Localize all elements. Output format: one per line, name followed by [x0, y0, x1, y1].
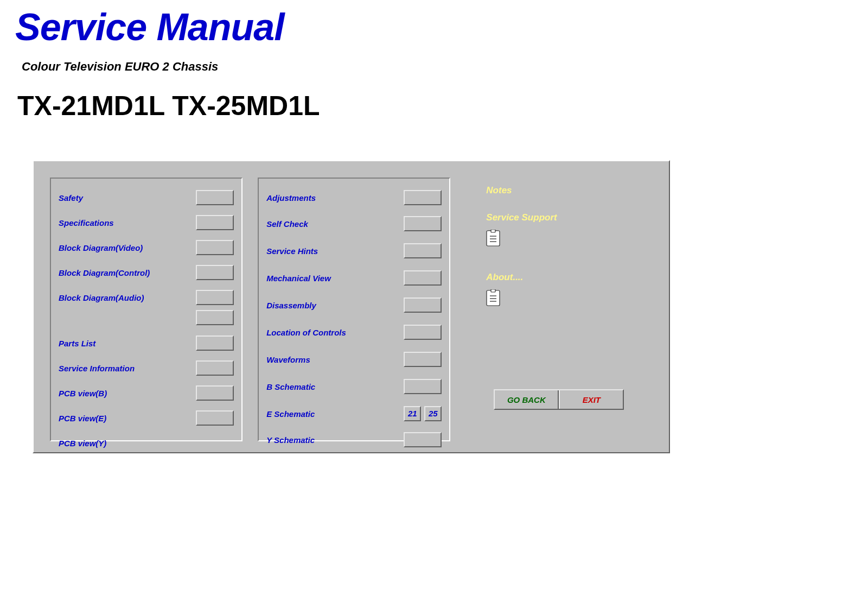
column-3: Notes Service Support About.... — [465, 178, 653, 441]
go-back-button[interactable]: GO BACK — [495, 390, 558, 409]
link-b-schematic[interactable]: B Schematic — [266, 382, 315, 391]
button-safety[interactable] — [196, 190, 234, 205]
row-mechanical-view: Mechanical View — [266, 264, 442, 292]
svg-rect-5 — [491, 289, 495, 292]
link-disassembly[interactable]: Disassembly — [266, 301, 316, 310]
button-pcb-view-b[interactable] — [196, 385, 234, 401]
heading-about: About.... — [486, 272, 645, 283]
link-e-schematic[interactable]: E Schematic — [266, 409, 315, 419]
row-block-diagram-video: Block Diagram(Video) — [59, 235, 234, 260]
button-parts-list[interactable] — [196, 336, 234, 351]
button-block-diagram-audio[interactable] — [196, 290, 234, 305]
row-parts-list: Parts List — [59, 331, 234, 356]
link-adjustments[interactable]: Adjustments — [266, 193, 316, 202]
row-block-diagram-control: Block Diagram(Control) — [59, 260, 234, 285]
row-service-information: Service Information — [59, 356, 234, 381]
link-block-diagram-video[interactable]: Block Diagram(Video) — [59, 243, 143, 252]
row-safety: Safety — [59, 185, 234, 210]
link-service-information[interactable]: Service Information — [59, 364, 135, 373]
row-service-hints: Service Hints — [266, 237, 442, 264]
svg-rect-1 — [491, 230, 495, 232]
link-self-check[interactable]: Self Check — [266, 219, 308, 229]
link-safety[interactable]: Safety — [59, 193, 83, 202]
row-pcb-view-y: PCB view(Y) — [59, 431, 234, 455]
link-pcb-view-y[interactable]: PCB view(Y) — [59, 439, 106, 448]
page-subtitle: Colour Television EURO 2 Chassis — [0, 49, 868, 74]
document-icon-about[interactable] — [486, 289, 501, 307]
heading-service-support: Service Support — [486, 212, 645, 223]
row-b-schematic: B Schematic — [266, 373, 442, 400]
link-pcb-view-e[interactable]: PCB view(E) — [59, 414, 106, 423]
button-mechanical-view[interactable] — [404, 270, 442, 286]
exit-button[interactable]: EXIT — [560, 390, 623, 409]
row-y-schematic: Y Schematic — [266, 427, 442, 452]
main-panel: Safety Specifications Block Diagram(Vide… — [33, 160, 670, 453]
row-waveforms: Waveforms — [266, 346, 442, 373]
model-number: TX-21MD1L TX-25MD1L — [0, 74, 868, 122]
nav-button-bar: GO BACK EXIT — [494, 389, 624, 410]
link-location-of-controls[interactable]: Location of Controls — [266, 328, 346, 337]
row-disassembly: Disassembly — [266, 292, 442, 319]
button-self-check[interactable] — [404, 216, 442, 231]
button-block-diagram-control[interactable] — [196, 265, 234, 280]
button-pcb-view-e[interactable] — [196, 410, 234, 426]
button-block-diagram-video[interactable] — [196, 240, 234, 255]
link-block-diagram-audio[interactable]: Block Diagram(Audio) — [59, 293, 144, 302]
row-specifications: Specifications — [59, 210, 234, 235]
page-title: Service Manual — [0, 0, 868, 49]
heading-notes: Notes — [486, 185, 645, 196]
link-specifications[interactable]: Specifications — [59, 218, 114, 227]
link-pcb-view-b[interactable]: PCB view(B) — [59, 389, 107, 398]
row-pcb-view-e: PCB view(E) — [59, 406, 234, 431]
button-e-schematic-25[interactable]: 25 — [424, 406, 442, 421]
button-y-schematic[interactable] — [404, 432, 442, 447]
link-parts-list[interactable]: Parts List — [59, 339, 95, 348]
columns-container: Safety Specifications Block Diagram(Vide… — [50, 178, 653, 441]
button-extra[interactable] — [196, 310, 234, 325]
row-adjustments: Adjustments — [266, 185, 442, 210]
row-e-schematic: E Schematic 21 25 — [266, 400, 442, 427]
button-specifications[interactable] — [196, 215, 234, 230]
button-service-information[interactable] — [196, 360, 234, 376]
row-block-diagram-audio: Block Diagram(Audio) — [59, 285, 234, 310]
document-icon-support[interactable] — [486, 230, 501, 247]
link-mechanical-view[interactable]: Mechanical View — [266, 274, 331, 283]
row-self-check: Self Check — [266, 210, 442, 237]
button-disassembly[interactable] — [404, 297, 442, 313]
link-service-hints[interactable]: Service Hints — [266, 246, 318, 256]
button-adjustments[interactable] — [404, 190, 442, 205]
link-y-schematic[interactable]: Y Schematic — [266, 435, 315, 445]
link-waveforms[interactable]: Waveforms — [266, 355, 310, 364]
button-service-hints[interactable] — [404, 243, 442, 258]
button-waveforms[interactable] — [404, 352, 442, 367]
e-schematic-buttons: 21 25 — [404, 406, 442, 421]
button-e-schematic-21[interactable]: 21 — [404, 406, 421, 421]
button-location-of-controls[interactable] — [404, 325, 442, 340]
column-1: Safety Specifications Block Diagram(Vide… — [50, 178, 242, 441]
row-pcb-view-b: PCB view(B) — [59, 381, 234, 406]
link-block-diagram-control[interactable]: Block Diagram(Control) — [59, 268, 150, 277]
button-b-schematic[interactable] — [404, 379, 442, 394]
row-extra-box — [59, 310, 234, 331]
column-2: Adjustments Self Check Service Hints Mec… — [258, 178, 450, 441]
row-location-of-controls: Location of Controls — [266, 319, 442, 346]
